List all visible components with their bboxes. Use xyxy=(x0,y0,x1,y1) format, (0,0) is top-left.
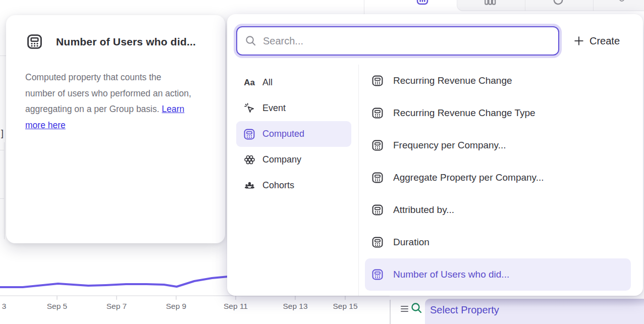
search-icon xyxy=(411,302,423,314)
create-button-label: Create xyxy=(589,35,620,47)
cohorts-people-icon xyxy=(243,180,255,191)
category-item-all[interactable]: Aa All xyxy=(236,70,351,95)
property-item[interactable]: Recurring Revenue Change xyxy=(365,65,631,97)
tooltip-title: Number of Users who did... xyxy=(56,36,196,48)
calculator-icon xyxy=(371,204,384,216)
event-click-icon xyxy=(243,102,255,114)
report-tab-bar xyxy=(389,0,644,13)
retention-cycle-icon xyxy=(551,0,565,7)
property-item[interactable]: Attributed by... xyxy=(365,194,631,226)
bg-panel-border xyxy=(4,142,5,239)
svg-text:Sep 7: Sep 7 xyxy=(106,302,127,310)
bg-header-border xyxy=(0,56,6,56)
property-picker-panel: Create Aa All Event Computed Company Coh… xyxy=(227,14,643,296)
drag-handle-icon[interactable] xyxy=(401,306,408,312)
category-sidebar: Aa All Event Computed Company Cohorts xyxy=(227,65,358,296)
bg-panel-border xyxy=(364,0,364,14)
screen: ] xyxy=(0,0,644,324)
calculator-icon xyxy=(371,236,384,248)
category-item-computed[interactable]: Computed xyxy=(236,121,351,147)
tab-flows[interactable] xyxy=(594,0,644,11)
property-item[interactable]: Duration xyxy=(365,226,631,258)
picker-body: Aa All Event Computed Company Cohorts Re… xyxy=(227,65,643,296)
bg-bracket-fragment: ] xyxy=(1,128,4,139)
calculator-icon xyxy=(371,172,384,184)
property-item[interactable]: Recurring Revenue Change Type xyxy=(365,97,631,129)
query-panel-border xyxy=(390,300,391,324)
tooltip-description: Computed property that counts the number… xyxy=(25,70,212,133)
svg-text:Sep 13: Sep 13 xyxy=(283,302,307,310)
tab-insights[interactable] xyxy=(389,0,457,13)
svg-text:Sep 9: Sep 9 xyxy=(166,302,187,310)
property-item[interactable]: Aggregate Property per Company... xyxy=(365,161,631,194)
category-item-cohorts[interactable]: Cohorts xyxy=(236,173,351,198)
property-item[interactable]: Frequency per Company... xyxy=(365,129,631,161)
create-button[interactable]: Create xyxy=(573,26,620,56)
select-property-label: Select Property xyxy=(430,304,499,316)
calculator-icon xyxy=(371,107,384,119)
flows-node-icon xyxy=(618,0,626,4)
category-item-company[interactable]: Company xyxy=(236,147,351,173)
plus-icon xyxy=(573,35,584,46)
svg-text:Sep 15: Sep 15 xyxy=(333,302,357,310)
svg-text:Sep 5: Sep 5 xyxy=(47,302,68,310)
svg-text:Sep 11: Sep 11 xyxy=(224,302,248,310)
bg-row-border xyxy=(0,198,4,199)
tab-retention[interactable] xyxy=(525,0,593,11)
calculator-icon xyxy=(26,33,43,50)
calculator-icon xyxy=(371,75,384,87)
category-item-event[interactable]: Event xyxy=(236,95,351,121)
company-cluster-icon xyxy=(243,154,255,166)
calculator-icon xyxy=(243,128,255,140)
calculator-icon xyxy=(371,268,384,281)
calculator-icon xyxy=(371,139,384,151)
search-field[interactable] xyxy=(236,26,559,56)
search-input[interactable] xyxy=(257,35,558,47)
tab-funnels[interactable] xyxy=(457,0,525,11)
funnels-bars-icon xyxy=(484,0,497,7)
property-item[interactable]: Number of Users who did... xyxy=(365,258,631,291)
property-list: Recurring Revenue Change Recurring Reven… xyxy=(359,65,643,296)
property-tooltip-card: Number of Users who did... Computed prop… xyxy=(6,15,225,243)
select-property-field[interactable]: Select Property xyxy=(425,299,644,324)
svg-text:Sep 3: Sep 3 xyxy=(0,302,6,310)
text-format-icon: Aa xyxy=(243,78,255,88)
search-icon xyxy=(245,35,257,47)
bg-row-border xyxy=(0,150,4,150)
insights-chart-icon xyxy=(416,0,429,6)
